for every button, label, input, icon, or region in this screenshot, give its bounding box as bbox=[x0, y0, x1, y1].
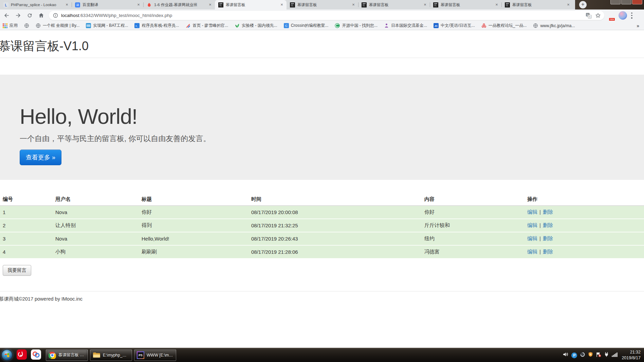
leave-message-button[interactable]: 我要留言 bbox=[3, 265, 31, 276]
cell-content: 纽约 bbox=[422, 232, 525, 245]
desktop-screen: LPHParray_splice - Lookao×译百度翻译×1-6 作业题-… bbox=[0, 0, 644, 362]
browser-tab[interactable]: 慕课留言板× bbox=[215, 0, 287, 9]
view-more-button[interactable]: 查看更多 » bbox=[20, 150, 61, 165]
extension-new-badge: new bbox=[609, 18, 615, 21]
close-window-button[interactable] bbox=[632, 0, 642, 4]
bookmark-item[interactable]: 一品教程论坛_一品... bbox=[481, 23, 527, 28]
bookmark-item[interactable]: CCrossin的编程教室... bbox=[284, 23, 329, 28]
jumbotron-heading: Hello, World! bbox=[20, 104, 644, 128]
browser-tab[interactable]: 慕课留言板× bbox=[430, 0, 501, 9]
delete-link[interactable]: 删除 bbox=[543, 222, 553, 228]
edit-link[interactable]: 编辑 bbox=[527, 249, 537, 254]
cell-id: 1 bbox=[0, 206, 53, 219]
terminal-icon: >_ bbox=[134, 23, 140, 28]
tab-close-icon[interactable]: × bbox=[422, 2, 428, 7]
browser-tab[interactable]: 译百度翻译× bbox=[72, 0, 143, 9]
browser-tab[interactable]: 慕课留言板× bbox=[501, 0, 573, 9]
reload-icon[interactable] bbox=[24, 11, 35, 20]
cell-actions: 编辑|删除 bbox=[525, 206, 644, 219]
jumbotron: Hello, World! 一个自由，平等与民主的留言板, 你可以自由友善的发言… bbox=[0, 75, 644, 180]
browser-tab[interactable]: LPHParray_splice - Lookao× bbox=[0, 0, 72, 9]
maximize-button[interactable] bbox=[621, 0, 631, 4]
tray-network-signal-icon[interactable] bbox=[612, 352, 618, 358]
start-button[interactable] bbox=[1, 349, 13, 361]
tray-p-circle-icon[interactable]: P bbox=[571, 352, 577, 358]
chrome-menu-icon[interactable] bbox=[631, 13, 632, 19]
page-info-icon[interactable] bbox=[53, 13, 58, 18]
action-separator: | bbox=[539, 222, 541, 228]
translate-icon[interactable]: 文A bbox=[586, 13, 592, 19]
bookmark-item[interactable]: 应用 bbox=[3, 23, 18, 28]
tray-shield-icon[interactable] bbox=[588, 352, 593, 358]
tab-close-icon[interactable]: × bbox=[566, 2, 571, 7]
cell-actions: 编辑|删除 bbox=[525, 245, 644, 258]
cell-user: Nova bbox=[53, 206, 139, 219]
forward-icon[interactable] bbox=[13, 11, 23, 20]
svg-text:>_: >_ bbox=[135, 25, 138, 27]
tab-close-icon[interactable]: × bbox=[351, 2, 356, 7]
table-header: 标题 bbox=[139, 193, 249, 206]
bookmark-item[interactable] bbox=[24, 23, 29, 28]
bookmark-star-icon[interactable] bbox=[595, 13, 601, 18]
yipin-icon bbox=[481, 23, 486, 28]
tray-volume-icon[interactable] bbox=[563, 352, 569, 358]
minimize-button[interactable] bbox=[610, 0, 621, 4]
rings-app-taskbar-icon[interactable] bbox=[31, 349, 41, 361]
profile-avatar[interactable] bbox=[619, 11, 627, 20]
bookmark-item[interactable]: 开源中国 - 找到您... bbox=[335, 23, 378, 28]
tray-safe-circle-icon[interactable] bbox=[580, 352, 585, 359]
tab-close-icon[interactable]: × bbox=[494, 2, 499, 7]
taskbar: 慕课留言板 - Go...E:\myphp_www\...PSWWW [E:\m… bbox=[0, 348, 644, 362]
bookmark-item[interactable]: >_程序员客栈-程序员... bbox=[134, 23, 179, 28]
bookmark-label: 开源中国 - 找到您... bbox=[342, 23, 378, 28]
tab-close-icon[interactable]: × bbox=[64, 2, 70, 7]
edit-link[interactable]: 编辑 bbox=[527, 209, 537, 215]
dark-favicon-icon bbox=[218, 2, 223, 7]
delete-link[interactable]: 删除 bbox=[543, 235, 553, 241]
bookmark-label: 首页 - 廖雪峰的官... bbox=[192, 23, 228, 28]
browser-tab[interactable]: 1-6 作业题-慕课网就业班× bbox=[143, 0, 215, 9]
bookmark-label: 实验楼 - 国内领先... bbox=[242, 23, 277, 28]
bookmark-item[interactable]: www.jfkc.jp/ja/ma... bbox=[533, 23, 575, 28]
rings-app-icon bbox=[31, 349, 41, 360]
netease-music-taskbar-icon[interactable] bbox=[17, 349, 27, 361]
bookmarks-overflow-icon[interactable]: » bbox=[637, 23, 639, 28]
tab-close-icon[interactable]: × bbox=[207, 2, 213, 7]
tab-close-icon[interactable]: × bbox=[279, 2, 284, 7]
bookmark-item[interactable]: 实验楼 - 国内领先... bbox=[235, 23, 277, 28]
bookmark-item[interactable]: 一个框 全能搜 | By... bbox=[36, 23, 79, 28]
taskbar-app-button[interactable]: E:\myphp_www\... bbox=[90, 349, 132, 361]
volume-icon bbox=[563, 352, 569, 357]
jumbotron-subtitle: 一个自由，平等与民主的留言板, 你可以自由友善的发言。 bbox=[20, 134, 644, 144]
delete-link[interactable]: 删除 bbox=[543, 249, 553, 254]
taskbar-app-button[interactable]: 慕课留言板 - Go... bbox=[46, 349, 88, 361]
bookmark-item[interactable]: 首页 - 廖雪峰的官... bbox=[185, 23, 228, 28]
browser-tab[interactable]: 慕课留言板× bbox=[358, 0, 430, 9]
new-tab-button[interactable]: + bbox=[579, 1, 587, 8]
bookmark-label: 中文/英语/日语互... bbox=[441, 23, 475, 28]
edit-link[interactable]: 编辑 bbox=[527, 222, 537, 228]
bookmarks-bar: 应用一个框 全能搜 | By...实现网 - BAT工程...>_程序员客栈-程… bbox=[0, 21, 644, 30]
tray-flag-alert-icon[interactable] bbox=[596, 352, 601, 359]
extension-icon[interactable]: new bbox=[608, 12, 614, 19]
shield-icon bbox=[588, 352, 593, 357]
tab-title: 慕课留言板 bbox=[512, 2, 563, 7]
browser-tab[interactable]: 慕课留言板× bbox=[287, 0, 358, 9]
tab-close-icon[interactable]: × bbox=[136, 2, 141, 7]
bookmark-item[interactable]: JC中文/英语/日语互... bbox=[434, 23, 475, 28]
clock-time: 21:32 bbox=[622, 349, 641, 355]
tray-power-plug-icon[interactable] bbox=[604, 352, 609, 358]
taskbar-clock[interactable]: 21:32 2019/8/17 bbox=[622, 349, 641, 361]
safe-circle-icon bbox=[580, 352, 585, 357]
bookmark-item[interactable]: 日本国际交流基金... bbox=[384, 23, 427, 28]
apps-grid-icon bbox=[3, 23, 7, 28]
address-bar[interactable]: localhost:63342/WWW/php_test/imooc_html/… bbox=[49, 11, 604, 20]
home-icon[interactable] bbox=[36, 11, 46, 20]
table-row: 1Nova你好08/17/2019 20:00:08你好编辑|删除 bbox=[0, 206, 644, 219]
edit-link[interactable]: 编辑 bbox=[527, 235, 537, 241]
bookmark-item[interactable]: 实现网 - BAT工程... bbox=[86, 23, 128, 28]
baidu-translate-icon: 译 bbox=[75, 2, 80, 7]
delete-link[interactable]: 删除 bbox=[543, 209, 553, 215]
taskbar-app-button[interactable]: PSWWW [E:\myph... bbox=[134, 349, 176, 361]
back-icon[interactable] bbox=[1, 11, 12, 20]
